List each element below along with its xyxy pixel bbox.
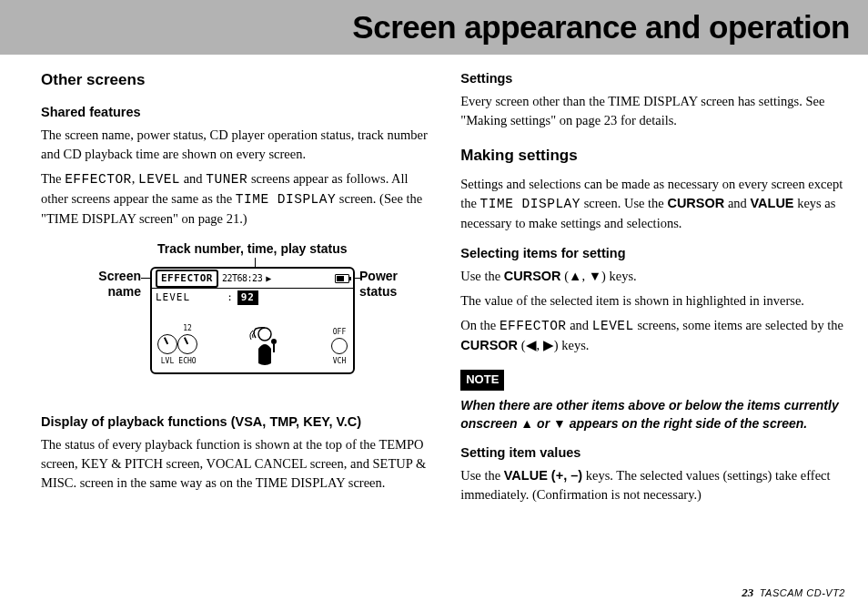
para-settings: Every screen other than the TIME DISPLAY… xyxy=(460,92,845,130)
heading-playback-functions: Display of playback functions (VSA, TMP,… xyxy=(41,412,433,432)
knob-value: 12 xyxy=(177,323,197,334)
header-bar: Screen appearance and operation xyxy=(0,0,868,55)
footer: 23 TASCAM CD-VT2 xyxy=(742,586,845,600)
para-selecting-1: Use the CURSOR (▲, ▼) keys. xyxy=(460,267,845,286)
lcd-icon-row: LVL 12 ECHO xyxy=(152,307,353,369)
heading-making-settings: Making settings xyxy=(460,145,845,168)
right-column: Settings Every screen other than the TIM… xyxy=(460,64,845,510)
content: Other screens Shared features The screen… xyxy=(0,55,868,510)
text: and xyxy=(724,196,750,210)
lcd-param-row: LEVEL : 92 xyxy=(152,289,353,307)
note-text: When there are other items above or belo… xyxy=(460,396,845,433)
key-ref-cursor: CURSOR xyxy=(504,269,561,283)
page-number: 23 xyxy=(742,586,753,599)
text: The xyxy=(41,171,65,186)
lcd-screen: EFFECTOR 22T68:23 ▶ LEVEL : 92 LVL xyxy=(150,267,355,374)
leader-line xyxy=(355,278,362,279)
lvl-knob: LVL xyxy=(157,323,177,367)
svg-point-0 xyxy=(258,328,271,341)
knob-label: LVL xyxy=(157,356,177,367)
screen-ref-time-display: TIME DISPLAY xyxy=(480,197,580,211)
text: and xyxy=(567,318,592,332)
vch-status: OFF xyxy=(331,327,348,338)
text: (▲, ▼) keys. xyxy=(561,269,637,283)
screen-ref-effector: EFFECTOR xyxy=(65,172,132,187)
vch-indicator: OFF VCH xyxy=(331,327,348,367)
lcd-param-value: 92 xyxy=(237,290,258,305)
key-ref-value: VALUE xyxy=(750,196,793,210)
knob-label: ECHO xyxy=(177,356,197,367)
play-icon: ▶ xyxy=(266,272,271,286)
lcd-colon: : xyxy=(227,290,234,305)
para-playback: The status of every playback function is… xyxy=(41,435,433,493)
text: Use the xyxy=(460,468,504,483)
heading-selecting-items: Selecting items for setting xyxy=(460,244,845,263)
text: (◀, ▶) keys. xyxy=(518,338,589,352)
svg-point-1 xyxy=(271,339,277,344)
vch-icon xyxy=(331,338,348,354)
note-badge: NOTE xyxy=(460,370,504,391)
text: Use the xyxy=(460,269,504,283)
text: screens, some items are selected by the xyxy=(634,318,843,332)
para-selecting-3: On the EFFECTOR and LEVEL screens, some … xyxy=(460,316,845,355)
knob-icon xyxy=(157,334,177,354)
screen-ref-level: LEVEL xyxy=(138,172,180,187)
para-shared-1: The screen name, power status, CD player… xyxy=(41,126,433,164)
text: , xyxy=(132,171,138,186)
para-selecting-2: The value of the selected item is shown … xyxy=(460,291,845,311)
text: screen. Use the xyxy=(580,196,667,210)
lcd-diagram: Track number, time, play status Screen n… xyxy=(41,241,433,396)
vch-label: VCH xyxy=(331,356,348,367)
heading-setting-values: Setting item values xyxy=(460,443,845,463)
key-ref-cursor: CURSOR xyxy=(667,196,724,210)
echo-knob: 12 ECHO xyxy=(177,323,197,367)
para-values: Use the VALUE (+, –) keys. The selected … xyxy=(460,466,845,504)
text: On the xyxy=(460,318,500,332)
battery-icon xyxy=(335,274,349,283)
key-ref-cursor: CURSOR xyxy=(460,338,518,352)
text: and xyxy=(180,171,206,186)
left-column: Other screens Shared features The screen… xyxy=(41,64,433,510)
heading-settings: Settings xyxy=(460,69,845,88)
callout-track-time-status: Track number, time, play status xyxy=(157,241,348,257)
screen-ref-level: LEVEL xyxy=(592,319,634,333)
singer-icon xyxy=(248,325,281,367)
para-making-1: Settings and selections can be made as n… xyxy=(460,175,845,233)
heading-shared-features: Shared features xyxy=(41,103,433,122)
lcd-header-row: EFFECTOR 22T68:23 ▶ xyxy=(152,269,353,289)
product-model: TASCAM CD-VT2 xyxy=(760,587,845,598)
callout-power-status: Power status xyxy=(359,269,398,300)
para-shared-2: The EFFECTOR, LEVEL and TUNER screens ap… xyxy=(41,169,433,229)
heading-other-screens: Other screens xyxy=(41,69,433,92)
screen-ref-tuner: TUNER xyxy=(206,172,247,187)
page-title: Screen appearance and operation xyxy=(18,9,850,46)
knob-icon xyxy=(177,334,197,354)
screen-ref-effector: EFFECTOR xyxy=(500,319,567,333)
key-ref-value: VALUE (+, –) xyxy=(504,468,582,483)
lcd-track-time: 22T68:23 xyxy=(222,272,262,286)
lcd-screen-name: EFFECTOR xyxy=(156,270,218,288)
screen-ref-time-display: TIME DISPLAY xyxy=(236,192,336,207)
callout-screen-name: Screen name xyxy=(86,269,141,300)
lcd-param-name: LEVEL xyxy=(156,290,190,305)
